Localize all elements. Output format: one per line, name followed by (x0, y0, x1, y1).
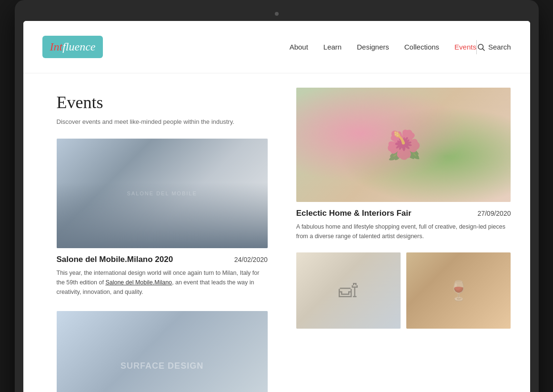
eclectic-image (296, 88, 511, 202)
svg-point-0 (478, 44, 483, 50)
event-image-interior[interactable] (296, 252, 401, 329)
search-label: Search (488, 43, 511, 51)
svg-line-1 (483, 49, 484, 50)
search-icon (477, 43, 485, 51)
nav-link-learn[interactable]: Learn (323, 43, 342, 51)
sidebar-item-designers[interactable]: Designers (357, 43, 389, 51)
logo-int: Int (50, 40, 63, 53)
two-col-images (296, 252, 511, 329)
laptop-top-bar (23, 9, 530, 19)
sidebar-item-learn[interactable]: Learn (323, 43, 342, 51)
event-desc-eclectic: A fabulous home and lifestyle shopping e… (296, 222, 511, 241)
surface-image (57, 311, 268, 392)
laptop-camera (275, 12, 279, 16)
event-image-salone[interactable] (57, 139, 268, 248)
event-desc-link-salone[interactable]: Salone del Mobile.Milano (105, 279, 172, 286)
event-meta-salone: Salone del Mobile.Milano 2020 24/02/2020 (57, 255, 268, 264)
event-image-restaurant[interactable] (406, 252, 511, 329)
event-meta-eclectic: Eclectic Home & Interiors Fair 27/09/202… (296, 209, 511, 218)
event-card-salone: Salone del Mobile.Milano 2020 24/02/2020… (57, 139, 268, 297)
event-image-surface[interactable] (57, 311, 268, 392)
laptop-screen: Intfluence About Learn Designers Collect… (23, 21, 530, 392)
sidebar-item-collections[interactable]: Collections (404, 43, 439, 51)
sidebar-item-about[interactable]: About (290, 43, 308, 51)
search-button[interactable]: Search (477, 43, 511, 51)
right-column: Eclectic Home & Interiors Fair 27/09/202… (287, 73, 530, 392)
event-date-salone: 24/02/2020 (234, 256, 268, 263)
restaurant-image (406, 252, 511, 329)
event-title-eclectic: Eclectic Home & Interiors Fair (296, 209, 412, 218)
logo[interactable]: Intfluence (42, 36, 103, 58)
sidebar-item-events[interactable]: Events (454, 43, 476, 51)
nav-link-designers[interactable]: Designers (357, 43, 389, 51)
event-title-salone: Salone del Mobile.Milano 2020 (57, 255, 173, 264)
event-card-surface (57, 311, 268, 392)
nav-links: About Learn Designers Collections Events (290, 43, 476, 51)
nav-link-about[interactable]: About (290, 43, 308, 51)
nav-link-events[interactable]: Events (454, 43, 476, 51)
main-content: Events Discover events and meet like-min… (23, 73, 530, 392)
navbar: Intfluence About Learn Designers Collect… (23, 21, 530, 73)
page-subtitle: Discover events and meet like-minded peo… (57, 118, 268, 125)
nav-link-collections[interactable]: Collections (404, 43, 439, 51)
page-title: Events (57, 92, 268, 112)
event-date-eclectic: 27/09/2020 (477, 210, 511, 217)
event-image-eclectic[interactable] (296, 88, 511, 202)
logo-fluence: fluence (62, 40, 95, 53)
left-column: Events Discover events and meet like-min… (23, 73, 287, 392)
event-desc-salone: This year, the international design worl… (57, 268, 268, 297)
interior-image (296, 252, 401, 329)
laptop-frame: Intfluence About Learn Designers Collect… (15, 0, 539, 392)
event-card-eclectic: Eclectic Home & Interiors Fair 27/09/202… (296, 88, 511, 241)
milan-image (57, 139, 268, 248)
